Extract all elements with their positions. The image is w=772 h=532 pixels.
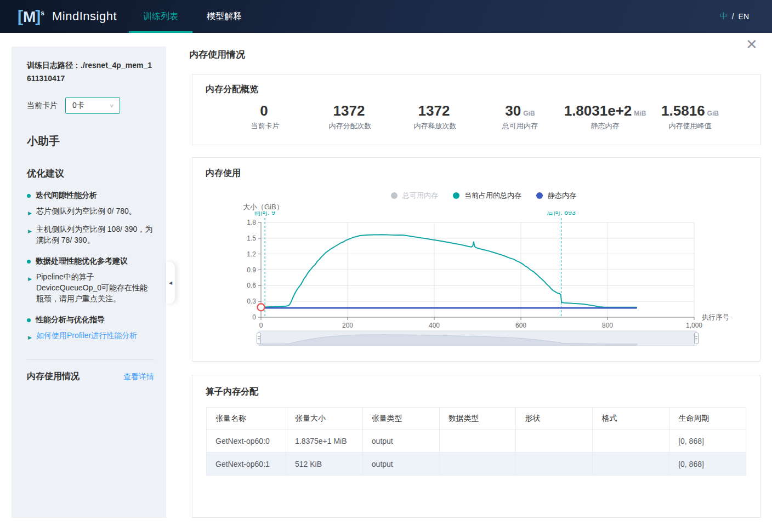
overview-title: 内存分配概览 (206, 84, 760, 95)
collapse-left-icon: ◀ (169, 281, 172, 285)
suggestions-title: 优化建议 (27, 167, 154, 180)
cell-lifecycle: [0, 868] (669, 453, 746, 476)
col-tensor-type[interactable]: 张量类型 (362, 408, 439, 430)
view-details-link[interactable]: 查看详情 (123, 372, 154, 382)
suggestion-group: 数据处理性能优化参考建议 ▶Pipeline中的算子DeviceQueueOp_… (27, 256, 154, 304)
logo-bracket: ] (35, 7, 41, 26)
chevron-down-icon: ∨ (109, 102, 114, 108)
cell-data-type (439, 453, 516, 476)
svg-text:1.8: 1.8 (247, 219, 256, 226)
suggestion-group: 性能分析与优化指导 ▶如何使用Profiler进行性能分析 (27, 315, 154, 343)
table-row[interactable]: GetNext-op60:0 1.8375e+1 MiB output [0, … (207, 430, 746, 453)
cell-tensor-size: 512 KiB (286, 453, 363, 476)
nav-tabs: 训练列表 模型解释 (129, 0, 256, 33)
card-select-value: 0卡 (72, 101, 109, 111)
svg-text:前向: 9: 前向: 9 (254, 211, 275, 216)
tab-training-list[interactable]: 训练列表 (129, 0, 192, 33)
sidebar: 训练日志路径：./resnet_4p_mem_1611310417 当前卡片 0… (12, 47, 166, 518)
logo-bracket: [ (18, 7, 23, 26)
y-axis-label: 大小（GiB） (243, 202, 283, 212)
legend-dot-icon (536, 192, 543, 199)
training-log-path: 训练日志路径：./resnet_4p_mem_1611310417 (27, 59, 154, 85)
suggestion-item[interactable]: ▶Pipeline中的算子DeviceQueueOp_0可能存在性能瓶颈，请用户… (28, 271, 154, 304)
memory-overview-panel: 内存分配概览 0 当前卡片 1372 内存分配次数 1372 内存释放次数 30… (192, 74, 760, 145)
svg-text:200: 200 (342, 322, 353, 329)
language-switcher: 中 / EN (720, 12, 749, 21)
current-card-label: 当前卡片 (27, 101, 58, 111)
chart-legend: 总可用内存 当前占用的总内存 静态内存 (391, 191, 576, 201)
bullet-dot-icon (27, 318, 31, 322)
sidebar-memory-title: 内存使用情况 (27, 371, 80, 382)
arrow-right-icon: ▶ (28, 208, 32, 219)
svg-text:0.9: 0.9 (247, 266, 256, 274)
mindinsight-logo-icon: [M]s (18, 7, 44, 26)
svg-text:1,000: 1,000 (686, 322, 702, 329)
svg-text:0.3: 0.3 (247, 298, 256, 305)
operator-memory-panel: 算子内存分配 张量名称 张量大小 张量类型 数据类型 形状 格式 生命周期 Ge… (192, 375, 760, 518)
assistant-title: 小助手 (27, 134, 154, 148)
col-tensor-size[interactable]: 张量大小 (286, 408, 363, 430)
arrow-right-icon: ▶ (28, 332, 32, 343)
col-format[interactable]: 格式 (593, 408, 669, 430)
suggestion-item[interactable]: ▶芯片侧队列为空比例 0/ 780。 (28, 205, 154, 219)
operator-table: 张量名称 张量大小 张量类型 数据类型 形状 格式 生命周期 GetNext-o… (206, 407, 746, 476)
svg-text:执行序号: 执行序号 (701, 313, 729, 321)
svg-text:600: 600 (515, 322, 526, 329)
cell-shape (516, 430, 593, 453)
cell-tensor-name: GetNext-op60:1 (207, 453, 286, 476)
svg-text:800: 800 (602, 322, 613, 329)
page-title: 内存使用情况 (189, 48, 245, 61)
col-lifecycle[interactable]: 生命周期 (669, 408, 746, 430)
top-navbar: [M]s MindInsight 训练列表 模型解释 中 / EN (0, 0, 772, 33)
cell-tensor-name: GetNext-op60:0 (207, 430, 286, 453)
arrow-right-icon: ▶ (28, 273, 32, 304)
svg-text:1.2: 1.2 (247, 250, 256, 258)
cell-data-type (439, 430, 516, 453)
stat-static-memory: 1.8031e+2MiB 静态内存 (563, 102, 648, 131)
svg-text:400: 400 (429, 322, 440, 329)
memory-line-chart[interactable]: 02004006008001,00000.30.60.91.21.51.8执行序… (239, 211, 760, 348)
profiler-guide-link[interactable]: ▶如何使用Profiler进行性能分析 (28, 330, 154, 343)
operator-table-title: 算子内存分配 (206, 386, 760, 398)
col-data-type[interactable]: 数据类型 (439, 408, 516, 430)
logo-sup: s (41, 9, 44, 17)
cell-tensor-type: output (362, 453, 439, 476)
stat-peak-memory: 1.5816GiB 内存使用峰值 (648, 102, 733, 131)
legend-static-memory[interactable]: 静态内存 (536, 191, 576, 201)
table-header-row: 张量名称 张量大小 张量类型 数据类型 形状 格式 生命周期 (207, 408, 746, 430)
close-icon[interactable]: ✕ (746, 37, 758, 52)
cell-shape (516, 453, 593, 476)
table-row[interactable]: GetNext-op60:1 512 KiB output [0, 868] (207, 453, 746, 476)
cell-tensor-size: 1.8375e+1 MiB (286, 430, 363, 453)
logo-m: M (23, 8, 35, 26)
cell-lifecycle: [0, 868] (669, 430, 746, 453)
col-shape[interactable]: 形状 (516, 408, 593, 430)
bullet-dot-icon (27, 260, 31, 264)
legend-current-used[interactable]: 当前占用的总内存 (453, 191, 521, 201)
memory-usage-panel: 内存使用 总可用内存 当前占用的总内存 静态内存 大小（GiB） 0200400… (192, 157, 760, 362)
tab-model-explanation[interactable]: 模型解释 (192, 0, 256, 33)
suggestion-group-title: 数据处理性能优化参考建议 (27, 256, 154, 266)
col-tensor-name[interactable]: 张量名称 (207, 408, 286, 430)
lang-zh[interactable]: 中 (720, 12, 728, 21)
svg-text:0: 0 (259, 322, 263, 329)
svg-text:1.5: 1.5 (247, 234, 256, 242)
legend-total-available[interactable]: 总可用内存 (391, 191, 438, 201)
svg-text:0.6: 0.6 (247, 282, 256, 289)
lang-separator: / (732, 12, 734, 21)
lang-en[interactable]: EN (739, 12, 749, 21)
sidebar-collapse-handle[interactable]: ◀ (166, 262, 175, 304)
card-select[interactable]: 0卡 ∨ (65, 97, 120, 114)
suggestion-group-title: 迭代间隙性能分析 (27, 191, 154, 201)
bullet-dot-icon (27, 194, 31, 198)
cell-format (593, 430, 669, 453)
cell-tensor-type: output (362, 430, 439, 453)
cell-format (593, 453, 669, 476)
stat-current-card: 0 当前卡片 (223, 102, 308, 131)
stat-total-memory: 30GiB 总可用内存 (478, 102, 563, 131)
arrow-right-icon: ▶ (28, 226, 32, 245)
suggestion-item[interactable]: ▶主机侧队列为空比例 108/ 390，为满比例 78/ 390。 (28, 224, 154, 245)
legend-dot-icon (391, 192, 398, 199)
svg-text:后向: 693: 后向: 693 (547, 211, 576, 216)
app-title: MindInsight (52, 9, 117, 24)
